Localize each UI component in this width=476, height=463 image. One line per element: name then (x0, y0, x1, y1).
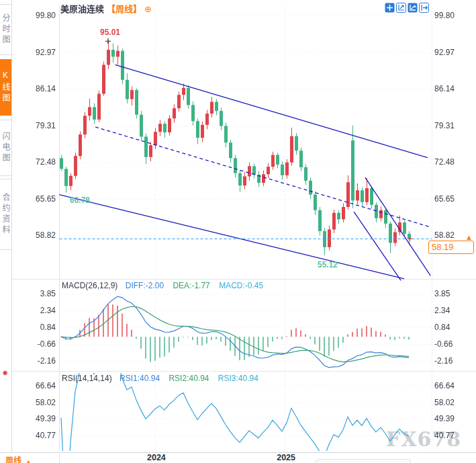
period-selector-arrow-icon: ▲ (26, 458, 32, 463)
price-axis-label: 92.97 (434, 48, 455, 57)
macd-title: MACD(26,12,9) (62, 281, 117, 290)
rsi1-value: RSI1:40.94 (120, 374, 160, 383)
price-axis-label: 79.31 (434, 121, 455, 130)
macd-axis-label: 0.84 (10, 323, 56, 332)
rsi-axis-label: 49.39 (434, 414, 455, 423)
chart-toolbar (385, 3, 429, 13)
macd-axis-label: 2.34 (10, 306, 56, 315)
rsi-title: RSI(14,14,14) (62, 374, 112, 383)
rsi-axis-label: 66.64 (10, 381, 56, 390)
price-axis-label: 65.65 (10, 194, 56, 204)
rsi-axis-label: 58.02 (434, 398, 455, 407)
price-axis-label: 72.48 (10, 157, 56, 167)
macd-axis-label: 3.85 (10, 289, 56, 298)
horizontal-scrollbar[interactable] (316, 459, 411, 463)
price-axis-label: 92.97 (10, 48, 56, 57)
rsi-header: RSI(14,14,14) RSI1:40.94 RSI2:40.94 RSI3… (62, 374, 258, 383)
rsi2-value: RSI2:40.94 (169, 374, 209, 383)
crosshair-icon[interactable] (385, 3, 395, 13)
chart-canvas[interactable] (0, 0, 476, 463)
axis-scale-icon[interactable] (408, 3, 418, 13)
low-left-annotation: 66.78 (70, 196, 90, 205)
low-mid-annotation: 55.12 (318, 260, 338, 269)
price-axis-label: 99.80 (434, 11, 455, 20)
high-price-annotation: 95.01 (100, 28, 120, 37)
rsi3-value: RSI3:40.94 (218, 374, 258, 383)
macd-axis-label: -2.16 (10, 356, 56, 366)
year-axis-label: 2024 (147, 453, 166, 462)
price-axis-label: 79.31 (10, 121, 56, 130)
macd-axis-label: -2.16 (434, 356, 453, 366)
period-selector-label: 周线 (5, 456, 21, 463)
price-axis-label: 58.82 (434, 230, 455, 240)
blink-indicator-icon: ✹ (1, 369, 9, 378)
price-up-arrow-icon: ▲ (465, 233, 473, 241)
macd-axis-label: 0.84 (434, 323, 450, 332)
price-axis-label: 86.14 (10, 84, 56, 93)
price-axis-label: 99.80 (10, 11, 56, 20)
macd-axis-label: -0.66 (434, 339, 453, 349)
exit-chart-icon[interactable] (419, 3, 429, 13)
rsi-axis-label: 40.77 (10, 431, 56, 440)
rsi-axis-label: 58.02 (10, 398, 56, 407)
rsi-axis-label: 49.39 (10, 414, 56, 423)
period-selector[interactable]: 周线▲ (5, 454, 32, 463)
year-axis-label: 2025 (277, 453, 295, 462)
macd-macd-value: MACD:-0.45 (219, 281, 263, 290)
last-price-box: 58.19 (428, 241, 474, 254)
macd-axis-label: 3.85 (434, 289, 450, 298)
macd-dea-value: DEA:-1.77 (173, 281, 209, 290)
rsi-axis-label: 40.77 (434, 431, 455, 440)
macd-diff-value: DIFF:-2.00 (126, 281, 164, 290)
price-axis-label: 58.82 (10, 230, 56, 240)
macd-axis-label: -0.66 (10, 339, 56, 349)
price-axis-label: 65.65 (434, 194, 455, 204)
rsi-axis-label: 66.64 (434, 381, 455, 390)
price-axis-label: 86.14 (434, 84, 455, 93)
macd-axis-label: 2.34 (434, 306, 450, 315)
axis-zoom-in-icon[interactable] (396, 3, 406, 13)
price-axis-label: 72.48 (434, 157, 455, 167)
period-tag: 【周线】 (107, 4, 142, 14)
instrument-title: 美原油连续 (60, 4, 104, 14)
zoom-plus-icon[interactable]: ⊕ (144, 4, 152, 14)
macd-header: MACD(26,12,9) DIFF:-2.00 DEA:-1.77 MACD:… (62, 281, 263, 290)
chart-title-row: 美原油连续【周线】⊕ (60, 2, 152, 15)
bottom-bar-divider (59, 452, 60, 463)
